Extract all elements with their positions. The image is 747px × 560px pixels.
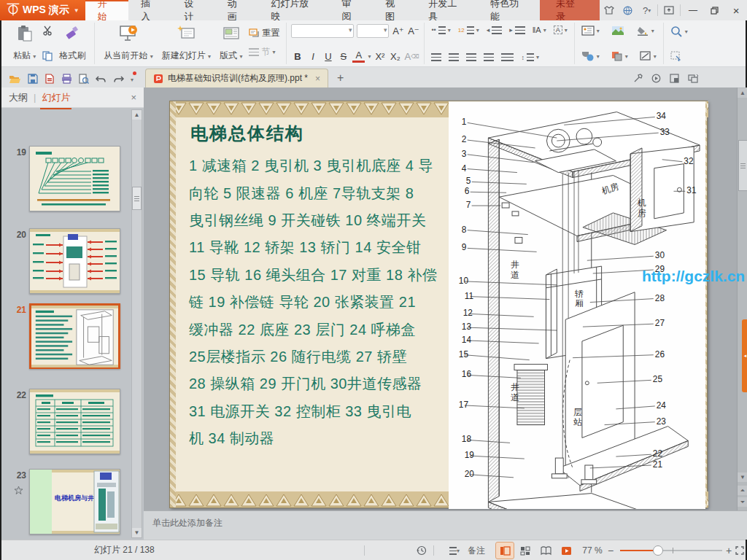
close-button[interactable]: × <box>725 0 747 20</box>
increase-font-button[interactable]: A⁺ <box>392 25 404 38</box>
font-name-select[interactable] <box>291 24 354 38</box>
slide-thumbnail-20[interactable]: 20 <box>1 228 130 295</box>
workspace-grid-icon[interactable] <box>670 74 679 83</box>
slide-thumbnail-21[interactable]: 21 <box>1 303 130 370</box>
play-record-icon[interactable] <box>651 74 661 83</box>
font-color-button[interactable]: A <box>352 50 365 63</box>
zoom-out-button[interactable]: − <box>605 540 616 560</box>
slide-title-text[interactable]: 电梯总体结构 <box>190 122 304 145</box>
subscript-button[interactable]: X₂ <box>389 50 401 63</box>
section-button[interactable]: 节 ▾ <box>247 44 282 60</box>
fill-color-button[interactable]: ▾ <box>634 24 657 37</box>
menu-tab-审阅[interactable]: 审阅 <box>330 0 373 20</box>
decrease-indent-button[interactable]: ◂ <box>484 25 505 36</box>
chevron-down-icon[interactable]: ▾ <box>368 53 371 60</box>
slide-thumbnail-22[interactable]: 22 <box>1 389 130 456</box>
slide-body-textbox[interactable]: 1 减速箱 2 曳引机 3 曳引机底座 4 导向轮 5 限速器 6 机座 7导轨… <box>189 152 452 452</box>
customize-qat-button[interactable]: ▾ <box>131 74 133 84</box>
open-file-icon[interactable] <box>9 74 21 84</box>
italic-button[interactable]: I <box>306 50 319 63</box>
slide-thumbnail-19[interactable]: 19 <box>1 146 130 213</box>
next-slide-icon[interactable]: ⏷ <box>738 497 747 507</box>
tab-outline[interactable]: 大纲 <box>9 91 28 104</box>
paste-button[interactable]: 粘贴 ▾ <box>9 23 40 64</box>
scroll-down-icon[interactable]: ▼ <box>132 528 142 537</box>
undo-icon[interactable] <box>96 74 107 84</box>
justify-button[interactable] <box>481 52 496 63</box>
redo-icon[interactable] <box>113 74 124 84</box>
zoom-slider[interactable] <box>620 550 722 551</box>
tab-slides[interactable]: 幻灯片 <box>42 91 70 104</box>
copy-button[interactable] <box>40 50 55 63</box>
strikethrough-button[interactable]: S <box>337 50 349 63</box>
slideshow-button[interactable] <box>557 542 575 559</box>
reset-slide-button[interactable]: 重置 <box>247 26 282 41</box>
numbering-button[interactable]: 12▾ <box>456 25 481 36</box>
text-box-button[interactable]: A▾ <box>551 24 570 36</box>
superscript-button[interactable]: X² <box>374 50 386 63</box>
panel-scrollbar[interactable]: ▲ ▼ <box>131 109 142 538</box>
bold-button[interactable]: B <box>291 50 303 63</box>
reading-view-button[interactable] <box>537 542 554 559</box>
menu-tab-设计[interactable]: 设计 <box>171 0 214 20</box>
find-button[interactable]: ▾ <box>668 24 690 39</box>
hide-ribbon-icon[interactable] <box>659 0 678 20</box>
slide-sorter-view-button[interactable] <box>516 542 534 559</box>
export-pdf-icon[interactable] <box>44 74 55 84</box>
close-panel-icon[interactable]: × <box>131 92 136 103</box>
normal-view-button[interactable] <box>496 542 514 559</box>
elevator-diagram-image[interactable]: 机房机房井道轿厢井道层站 123456789101112131415161718… <box>449 101 705 509</box>
increase-indent-button[interactable]: ▸ <box>507 25 527 36</box>
notes-toggle-icon[interactable]: ▾ <box>448 540 461 560</box>
tools-icon[interactable] <box>633 74 643 83</box>
align-right-button[interactable] <box>464 52 479 63</box>
menu-tab-动画[interactable]: 动画 <box>215 0 258 20</box>
close-document-icon[interactable]: × <box>315 74 320 84</box>
menu-tab-特色功能[interactable]: 特色功能 <box>478 0 540 20</box>
arrange-button[interactable]: ▾ <box>609 50 630 63</box>
editor-scrollbar[interactable]: ▲ ▼ ⏶ ⏷ <box>737 88 747 510</box>
save-icon[interactable] <box>28 74 38 84</box>
play-from-current-button[interactable]: 从当前开始 ▾ <box>99 23 157 64</box>
document-tab[interactable]: 电梯基础知识培训(结构及原理).ppt * × <box>145 69 328 88</box>
wps-logo[interactable]: ⏁ WPS 演示 ▼ <box>0 0 85 20</box>
align-center-button[interactable] <box>446 52 461 63</box>
print-icon[interactable] <box>61 74 72 84</box>
font-size-select[interactable] <box>357 24 389 38</box>
zoom-slider-handle[interactable] <box>653 545 663 556</box>
new-slide-button[interactable]: 新建幻灯片 ▾ <box>158 23 215 64</box>
menu-tab-开发工具[interactable]: 开发工具 <box>416 0 478 20</box>
history-icon[interactable] <box>414 540 429 560</box>
bullets-button[interactable]: ••▾ <box>429 25 452 36</box>
cut-button[interactable] <box>40 24 55 37</box>
fit-window-button[interactable] <box>734 540 746 560</box>
restore-button[interactable] <box>704 0 726 20</box>
new-document-button[interactable]: + <box>328 71 352 88</box>
skin-icon[interactable] <box>600 0 619 20</box>
distribute-button[interactable] <box>499 52 516 63</box>
slide-thumbnail-23[interactable]: 23电梯机房与井道 <box>1 469 130 536</box>
scrollbar-thumb[interactable] <box>132 187 142 210</box>
menu-tab-开始[interactable]: 开始 <box>85 0 128 20</box>
shapes-button[interactable]: ▾ <box>579 50 602 63</box>
shape-outline-button[interactable]: ▾ <box>638 50 659 63</box>
clear-format-button[interactable]: A⌫ <box>404 50 419 63</box>
slide-canvas[interactable]: 电梯总体结构 1 减速箱 2 曳引机 3 曳引机底座 4 导向轮 5 限速器 6… <box>169 101 708 508</box>
align-left-button[interactable] <box>429 52 444 63</box>
select-button[interactable] <box>668 50 690 63</box>
side-panel-toggle[interactable]: ◂ <box>742 319 747 392</box>
scrollbar-thumb[interactable] <box>738 140 747 191</box>
zoom-in-button[interactable]: + <box>724 540 734 560</box>
decrease-font-button[interactable]: A⁻ <box>407 25 419 38</box>
previous-slide-icon[interactable]: ⏶ <box>738 486 747 495</box>
menu-tab-幻灯片放映[interactable]: 幻灯片放映 <box>258 0 329 20</box>
switch-window-icon[interactable] <box>688 74 699 83</box>
menu-tab-视图[interactable]: 视图 <box>373 0 416 20</box>
scroll-up-icon[interactable]: ▲ <box>132 110 142 120</box>
insert-picture-button[interactable] <box>609 24 627 37</box>
notes-toggle-label[interactable]: 备注 <box>465 540 487 560</box>
underline-button[interactable]: U <box>322 50 334 63</box>
animation-star-icon[interactable] <box>15 486 23 497</box>
line-spacing-button[interactable]: ↕▾ <box>519 52 541 63</box>
slide-layout-button[interactable]: 版式 ▾ <box>215 23 247 64</box>
